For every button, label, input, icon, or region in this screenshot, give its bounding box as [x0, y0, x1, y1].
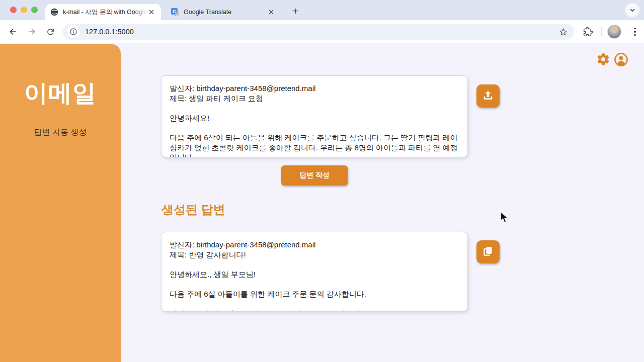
- app-title: 이메일: [0, 77, 121, 109]
- close-window-button[interactable]: [10, 7, 17, 13]
- email-sender: 발신자: birthday-parent-3458@pretend.mail: [170, 83, 459, 94]
- email-greeting: 안녕하세요!: [170, 113, 459, 123]
- tab-search-chevron-icon[interactable]: [625, 3, 639, 17]
- profile-avatar[interactable]: [607, 25, 621, 39]
- app-page: 이메일 답변 자동 생성 발신자: birthday-parent-3458@p…: [0, 43, 644, 362]
- back-button[interactable]: [4, 23, 22, 41]
- reply-sender: 발신자: birthday-parent-3458@pretend.mail: [170, 240, 459, 250]
- account-profile-icon[interactable]: [613, 52, 628, 67]
- sidebar: 이메일 답변 자동 생성: [0, 44, 121, 362]
- new-tab-button[interactable]: +: [288, 4, 303, 19]
- toolbar-divider: [601, 27, 602, 36]
- email-subject: 제목: 생일 파티 케이크 요청: [170, 94, 459, 104]
- reply-body-2: 딸기 필링과 레이싱카가 위한 초콜릿 케이크, 정말 귀엽네요!: [170, 309, 459, 312]
- close-tab-icon[interactable]: [147, 8, 156, 17]
- zoom-window-button[interactable]: [31, 7, 38, 13]
- browser-toolbar: 127.0.0.1:5000: [0, 20, 644, 43]
- window-controls: [10, 7, 38, 13]
- tab-title: Google Translate: [184, 9, 267, 16]
- settings-gear-icon[interactable]: [596, 52, 611, 67]
- address-bar[interactable]: 127.0.0.1:5000: [63, 24, 574, 40]
- copy-reply-button[interactable]: [476, 240, 500, 263]
- upload-icon: [481, 89, 495, 104]
- email-body: 다음 주에 6살이 되는 아들을 위해 케이크를 주문하고 싶습니다. 그는 딸…: [170, 133, 459, 157]
- reply-subject: 제목: 반영 감사합니다!: [170, 250, 459, 260]
- tab-strip: k-mail - 사업 문의 with Google G Google Tran…: [0, 0, 644, 20]
- reply-body-1: 다음 주에 6살 아들이를 위한 케이크 주문 문의 감사합니다.: [170, 289, 459, 299]
- tab-kmail[interactable]: k-mail - 사업 문의 with Google: [45, 4, 161, 20]
- close-tab-icon[interactable]: [267, 8, 276, 17]
- mouse-cursor: [500, 211, 510, 226]
- site-info-icon[interactable]: [67, 25, 80, 38]
- tab-title: k-mail - 사업 문의 with Google: [63, 8, 147, 17]
- google-translate-favicon-icon: G: [171, 8, 179, 16]
- copy-icon: [481, 245, 495, 259]
- tab-google-translate[interactable]: G Google Translate: [166, 4, 281, 20]
- kmail-favicon-globe-icon: [50, 8, 58, 16]
- upload-email-button[interactable]: [476, 84, 500, 108]
- reply-greeting: 안녕하세요., 생일 부모님!: [170, 269, 459, 280]
- minimize-window-button[interactable]: [21, 7, 27, 13]
- app-subtitle: 답변 자동 생성: [0, 127, 121, 138]
- incoming-email-card: 발신자: birthday-parent-3458@pretend.mail 제…: [161, 75, 468, 157]
- browser-menu-icon[interactable]: [629, 25, 641, 39]
- generated-reply-heading: 생성된 답변: [162, 202, 225, 218]
- reload-button[interactable]: [41, 23, 59, 41]
- compose-reply-button[interactable]: 답변 작성: [281, 165, 348, 186]
- forward-button[interactable]: [23, 23, 41, 41]
- url-text[interactable]: 127.0.0.1:5000: [85, 28, 134, 36]
- tab-divider: [285, 8, 285, 16]
- browser-window: k-mail - 사업 문의 with Google G Google Tran…: [0, 0, 644, 362]
- generated-reply-card: 발신자: birthday-parent-3458@pretend.mail 제…: [161, 232, 468, 312]
- extensions-icon[interactable]: [581, 25, 595, 39]
- bookmark-star-icon[interactable]: [557, 26, 569, 38]
